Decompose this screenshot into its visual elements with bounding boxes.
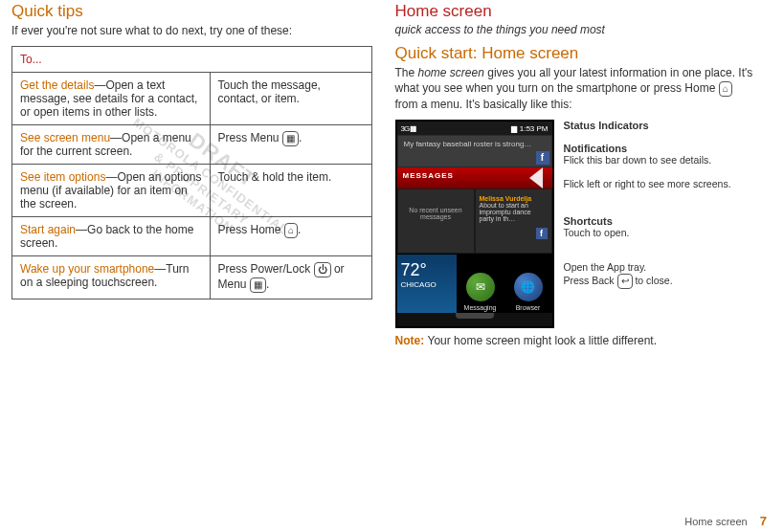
row-key-bold: See item options — [20, 170, 105, 184]
table-row: See screen menu—Open a menu for the curr… — [12, 125, 372, 165]
home-icon: ⌂ — [719, 81, 732, 97]
temperature: 72° — [401, 260, 453, 280]
quick-tips-table: To... Get the details—Open a text messag… — [11, 46, 372, 299]
callout-notifications: Notifications Flick this bar down to see… — [564, 143, 756, 166]
row-key-bold: See screen menu — [20, 131, 110, 144]
callout-status: Status Indicators — [564, 120, 756, 131]
battery-icon: ▆ — [511, 124, 517, 133]
table-row: See item options—Open an options menu (i… — [12, 165, 372, 217]
row-val: Touch & hold the item. — [210, 165, 371, 217]
city-label: CHICAGO — [401, 280, 453, 289]
home-screen-heading: Home screen — [395, 2, 756, 21]
callout-flick: Flick left or right to see more screens. — [564, 178, 756, 190]
notification-strip: My fantasy baseball roster is strong… f — [397, 135, 552, 167]
callout-shortcuts: Shortcuts Touch to open. — [564, 215, 756, 239]
app-tray-handle — [456, 313, 494, 319]
menu-icon: ▦ — [250, 277, 266, 293]
row-val-pre: Press Menu — [218, 131, 282, 144]
menu-icon: ▦ — [282, 131, 299, 146]
notification-text: My fantasy baseball roster is strong… — [404, 140, 532, 148]
row-val-part: Press Power/Lock — [218, 262, 314, 276]
facebook-icon: f — [536, 151, 549, 165]
row-key-bold: Start again — [20, 223, 76, 236]
weather-widget: 72° CHICAGO — [397, 254, 457, 313]
table-header-to: To... — [12, 47, 372, 73]
row-val: Touch the message, contact, or item. — [210, 73, 371, 125]
clock: 1:53 PM — [520, 124, 549, 133]
quick-start-heading: Quick start: Home screen — [395, 44, 756, 63]
page-footer: Home screen 7 — [684, 514, 767, 528]
shortcut-browser: 🌐 Browser — [504, 254, 552, 313]
home-screen-intro: The home screen gives you all your lates… — [395, 65, 756, 112]
app-tray — [397, 313, 552, 326]
table-row: Get the details—Open a text message, see… — [12, 73, 372, 125]
status-bar: 3G ▮▮ ▆ 1:53 PM — [397, 122, 552, 135]
messaging-icon: ✉ — [466, 273, 495, 301]
contact-name: Melissa Vurdelja — [480, 195, 548, 202]
contact-text: About to start an impromptu dance party … — [480, 202, 548, 222]
callout-app-tray: Open the App tray. Press Back ↩ to close… — [564, 261, 756, 289]
power-icon: ⏻ — [314, 262, 331, 277]
quick-tips-heading: Quick tips — [11, 2, 372, 21]
shortcut-messaging: ✉ Messaging — [457, 254, 504, 313]
messages-header: MESSAGES — [397, 167, 552, 188]
row-val-part: . — [266, 277, 269, 291]
home-icon: ⌂ — [284, 223, 298, 238]
page-number: 7 — [760, 514, 767, 528]
row-key-bold: Wake up your smartphone — [20, 262, 154, 276]
row-key-bold: Get the details — [20, 78, 94, 92]
home-screen-subtitle: quick access to the things you need most — [395, 23, 756, 36]
facebook-icon: f — [536, 228, 548, 239]
back-icon: ↩ — [617, 274, 633, 289]
signal-indicator: 3G ▮▮ — [401, 124, 416, 133]
quick-tips-intro: If ever you're not sure what to do next,… — [11, 23, 372, 38]
phone-mock: 3G ▮▮ ▆ 1:53 PM My fantasy baseball rost… — [395, 120, 554, 328]
contact-card: Melissa Vurdelja About to start an impro… — [475, 188, 552, 254]
messages-pane: No recent unseen messages — [397, 188, 475, 254]
row-val-pre: Press Home — [218, 223, 284, 236]
browser-icon: 🌐 — [514, 273, 543, 301]
table-row: Wake up your smartphone—Turn on a sleepi… — [12, 256, 372, 299]
messages-flag-icon — [529, 167, 543, 188]
table-row: Start again—Go back to the home screen. … — [12, 217, 372, 256]
home-screen-note: Note: Your home screen might look a litt… — [395, 334, 756, 347]
footer-label: Home screen — [684, 516, 747, 527]
